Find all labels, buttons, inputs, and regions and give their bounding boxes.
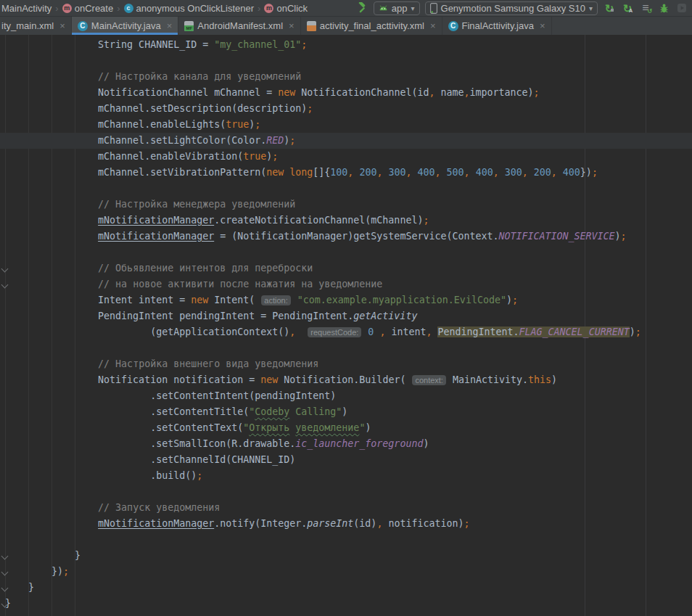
- fold-marker-icon[interactable]: [1, 585, 9, 592]
- class-icon: c: [124, 4, 133, 13]
- code-line: }: [0, 548, 692, 564]
- close-icon[interactable]: ×: [430, 20, 436, 31]
- tab-ity_main.xml[interactable]: ity_main.xml×: [0, 17, 72, 35]
- stop-square-glyph: [611, 9, 614, 12]
- tab-label: FinalActtivity.java: [462, 20, 534, 31]
- code-line: mNotificationManager = (NotificationMana…: [0, 229, 692, 245]
- fold-marker-icon[interactable]: [1, 553, 9, 560]
- code-line: }: [0, 580, 692, 596]
- code-line: .build();: [0, 468, 692, 484]
- breadcrumb-label: anonymous OnClickListener: [136, 3, 255, 14]
- code-line: .setContentIntent(pendingIntent): [0, 388, 692, 404]
- android-icon: [379, 4, 388, 12]
- close-icon[interactable]: ×: [59, 20, 65, 31]
- letter-a-glyph: A: [629, 8, 633, 13]
- device-selector-label: Genymotion Samsung Galaxy S10: [441, 3, 585, 14]
- fold-marker-icon[interactable]: [1, 282, 9, 289]
- breadcrumb-label: onCreate: [75, 3, 113, 14]
- code-line: mNotificationManager.notify(Integer.pars…: [0, 516, 692, 532]
- manifest-file-icon: MF: [184, 21, 194, 31]
- editor-pane[interactable]: String CHANNEL_ID = "my_channel_01"; // …: [0, 35, 692, 616]
- code-line: .setContentTitle("Codeby Calling"): [0, 404, 692, 420]
- build-hammer-icon[interactable]: [355, 1, 368, 15]
- code-line: .setSmallIcon(R.drawable.ic_launcher_for…: [0, 436, 692, 452]
- code-line: mChannel.enableLights(true);: [0, 117, 692, 133]
- breadcrumbs: MainActivity›monCreate›canonymous OnClic…: [1, 3, 308, 14]
- breadcrumb-onclick[interactable]: monClick: [264, 3, 308, 14]
- tab-AndroidManifest.xml[interactable]: MFAndroidManifest.xml×: [178, 17, 300, 35]
- layout-xml-file-icon: [307, 21, 316, 31]
- code-line: (getApplicationContext(), requestCode: 0…: [0, 324, 692, 340]
- breadcrumb-mainactivity[interactable]: MainActivity: [1, 3, 52, 14]
- apply-changes-icon[interactable]: ↻ A: [621, 1, 634, 15]
- code-line: // на новое активити после нажатия на ув…: [0, 276, 692, 292]
- chevron-down-icon: ▾: [411, 4, 415, 12]
- code-line: mChannel.setVibrationPattern(new long[]{…: [0, 165, 692, 181]
- code-line: [0, 245, 692, 260]
- code-line: // Запуск уведомления: [0, 500, 692, 516]
- java-class-icon: C: [78, 21, 88, 31]
- code-line: [0, 53, 692, 69]
- method-icon: m: [264, 4, 273, 13]
- code-line: [0, 181, 692, 197]
- code-line: [0, 484, 692, 500]
- breadcrumb-oncreate[interactable]: monCreate: [62, 3, 113, 14]
- code-line: Intent intent = new Intent( action: "com…: [0, 292, 692, 308]
- code-line: mChannel.setDescription(description);: [0, 101, 692, 117]
- hammer-svg: [356, 2, 368, 14]
- fold-marker-icon[interactable]: [1, 601, 9, 608]
- manifest-badge: MF: [184, 25, 194, 31]
- code-line: [0, 340, 692, 356]
- code-line: // Обьявление интентов для переброски: [0, 260, 692, 276]
- code-line: mChannel.enableVibration(true);: [0, 149, 692, 165]
- fold-gutter: [0, 37, 10, 616]
- device-selector[interactable]: Genymotion Samsung Galaxy S10 ▾: [425, 1, 598, 15]
- toolbar-right-cluster: app ▾ Genymotion Samsung Galaxy S10 ▾ ↻ …: [355, 1, 692, 15]
- close-icon[interactable]: ×: [167, 20, 173, 31]
- tab-bar: ity_main.xml×CMainActivity.java×MFAndroi…: [0, 17, 692, 35]
- apply-code-changes-icon[interactable]: ≡ ↺: [639, 1, 652, 15]
- mini-arrow-glyph: ↺: [647, 8, 652, 15]
- chevron-down-icon: ▾: [589, 4, 593, 12]
- code-line: PendingIntent pendingIntent = PendingInt…: [0, 308, 692, 324]
- code-line: [0, 532, 692, 548]
- main-toolbar: MainActivity›monCreate›canonymous OnClic…: [0, 0, 692, 17]
- code-line: // Настройка канала для уведомлений: [0, 69, 692, 85]
- code-line: String CHANNEL_ID = "my_channel_01";: [0, 37, 692, 53]
- run-configuration-selector[interactable]: app ▾: [374, 1, 420, 15]
- tab-MainActivity.java[interactable]: CMainActivity.java×: [72, 17, 178, 35]
- code-line: // Настройка внешнего вида уведомления: [0, 356, 692, 372]
- fold-marker-icon[interactable]: [1, 569, 9, 576]
- breadcrumb-separator: ›: [258, 3, 260, 14]
- java-class-icon: C: [448, 21, 458, 31]
- breadcrumb-label: onClick: [276, 3, 308, 14]
- fold-marker-icon[interactable]: [1, 266, 9, 273]
- debug-icon[interactable]: [657, 1, 670, 15]
- code-line: });: [0, 564, 692, 580]
- tab-label: AndroidManifest.xml: [197, 20, 283, 31]
- code-line: mNotificationManager.createNotificationC…: [0, 213, 692, 229]
- code-line: }: [0, 596, 692, 612]
- layout-badge: [307, 25, 316, 31]
- rerun-icon[interactable]: ↻: [603, 1, 616, 15]
- code-line: mChannel.setLightColor(Color.RED);: [0, 133, 692, 149]
- profile-icon[interactable]: [675, 1, 688, 15]
- close-icon[interactable]: ×: [540, 20, 545, 31]
- breadcrumb-separator: ›: [117, 3, 120, 14]
- code-line: NotificationChannel mChannel = new Notif…: [0, 85, 692, 101]
- breadcrumb-anonymous-onclicklistener[interactable]: canonymous OnClickListener: [124, 3, 255, 14]
- tab-activity_final_acttivity.xml[interactable]: activity_final_acttivity.xml×: [301, 17, 442, 35]
- phone-icon: [430, 3, 437, 14]
- tab-label: activity_final_acttivity.xml: [320, 20, 424, 31]
- code-line: .setContentText("Открыть уведомление"): [0, 420, 692, 436]
- tab-FinalActtivity.java[interactable]: CFinalActtivity.java×: [442, 17, 552, 35]
- breadcrumb-separator: ›: [55, 3, 58, 14]
- close-icon[interactable]: ×: [289, 20, 294, 31]
- code-line: // Настройка менеджера уведомлений: [0, 197, 692, 213]
- method-icon: m: [62, 4, 72, 13]
- code-line: Notification notification = new Notifica…: [0, 372, 692, 388]
- profiler-svg: [677, 3, 687, 13]
- code-area: String CHANNEL_ID = "my_channel_01"; // …: [0, 37, 692, 612]
- tab-label: MainActivity.java: [91, 20, 161, 31]
- breadcrumb-label: MainActivity: [1, 3, 52, 14]
